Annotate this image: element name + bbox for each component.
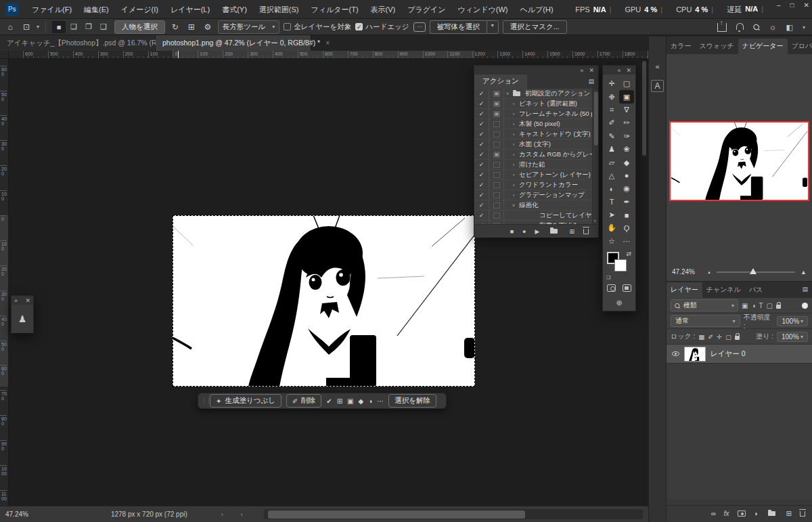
slider-thumb[interactable]: [750, 268, 757, 274]
crop-tool[interactable]: ⌗: [604, 104, 619, 116]
close-panel-icon[interactable]: ✕: [25, 297, 30, 304]
action-dialog-toggle[interactable]: [489, 150, 504, 159]
horizontal-scrollbar[interactable]: [264, 509, 643, 519]
document-tab[interactable]: photoshop1.png @ 47.2% (レイヤー 0, RGB/8#) …: [156, 35, 311, 51]
action-row[interactable]: ✓ › ビネット (選択範囲): [474, 99, 598, 109]
visibility-eye-icon[interactable]: [672, 351, 679, 356]
menu-item[interactable]: イメージ(I): [115, 0, 164, 19]
tool-mode-dropdown[interactable]: 長方形ツール▾: [218, 20, 280, 34]
swap-colors-icon[interactable]: ⇄: [626, 251, 631, 257]
rectangle-tool[interactable]: ■: [619, 209, 634, 221]
opacity-dropdown[interactable]: 100%▾: [777, 316, 808, 326]
action-check-icon[interactable]: ✓: [474, 200, 489, 210]
menu-item[interactable]: プラグイン: [401, 0, 451, 19]
smudge-tool[interactable]: △: [604, 169, 619, 182]
layer-row[interactable]: レイヤー 0: [667, 345, 812, 364]
action-row[interactable]: ✓ 彩度を下げる: [474, 221, 598, 224]
disclosure-icon[interactable]: ›: [510, 152, 517, 158]
scrollbar-thumb[interactable]: [268, 510, 525, 519]
blur-tool[interactable]: ●: [619, 169, 634, 182]
action-check-icon[interactable]: ✓: [474, 109, 489, 118]
menu-item[interactable]: 編集(E): [78, 0, 115, 19]
selection-brush-icon[interactable]: ✔: [326, 397, 332, 405]
disclosure-icon[interactable]: ›: [510, 131, 517, 137]
expand-panel-icon[interactable]: »: [14, 297, 18, 304]
actions-scrollbar[interactable]: ˅: [592, 89, 598, 224]
art-history-brush-tool[interactable]: ❀: [619, 143, 634, 156]
action-dialog-toggle[interactable]: [489, 190, 504, 200]
tab-actions[interactable]: アクション: [474, 74, 527, 89]
history-brush-tool[interactable]: ✎: [604, 130, 619, 143]
action-row[interactable]: ✓ › 木製 (50 pixel): [474, 119, 598, 129]
intersect-selection-icon[interactable]: ❑: [97, 21, 110, 33]
action-dialog-toggle[interactable]: [489, 200, 504, 210]
tool-presets-icon[interactable]: ♟: [18, 313, 27, 324]
action-check-icon[interactable]: ✓: [474, 150, 489, 159]
disclosure-icon[interactable]: ›: [510, 162, 517, 168]
menu-item[interactable]: 選択範囲(S): [253, 0, 305, 19]
minimize-button[interactable]: –: [777, 1, 781, 9]
zoom-out-icon[interactable]: ▲: [707, 270, 711, 274]
hand-tool[interactable]: ✋: [604, 221, 619, 234]
close-button[interactable]: ✕: [804, 1, 809, 9]
more-options-icon[interactable]: ⋯: [377, 397, 384, 405]
action-check-icon[interactable]: ✓: [474, 99, 489, 108]
share-document-icon[interactable]: ⊕: [616, 299, 622, 307]
zoom-tool[interactable]: Ϙ: [619, 221, 634, 234]
select-subject-button[interactable]: 被写体を選択: [430, 20, 487, 34]
disclosure-icon[interactable]: ›: [510, 121, 517, 127]
tool-preset-caret-icon[interactable]: ▾: [37, 24, 39, 30]
search-icon[interactable]: Ϙ: [751, 22, 763, 33]
action-dialog-toggle[interactable]: [489, 99, 504, 108]
zoom-level-field[interactable]: 47.24%: [0, 510, 37, 518]
layer-name[interactable]: レイヤー 0: [710, 349, 746, 359]
invert-selection-icon[interactable]: ⊞: [337, 397, 342, 405]
share-icon[interactable]: [717, 23, 727, 32]
mixer-brush-tool[interactable]: ✑: [619, 130, 634, 143]
collapse-panel-icon[interactable]: «: [580, 67, 583, 74]
blend-mode-dropdown[interactable]: 通常▾: [671, 315, 740, 327]
lock-paint-icon[interactable]: ✐: [708, 333, 713, 341]
object-selection-tool[interactable]: ▣: [619, 90, 634, 103]
stop-icon[interactable]: ■: [510, 228, 514, 235]
brush-tool[interactable]: ✐: [604, 116, 619, 129]
add-selection-icon[interactable]: ❏: [67, 21, 81, 33]
action-check-icon[interactable]: ✓: [474, 190, 489, 200]
refresh-icon[interactable]: ↻: [169, 21, 181, 33]
layers-dock-tab[interactable]: パス: [745, 282, 767, 298]
menu-item[interactable]: ファイル(F): [26, 0, 78, 19]
adjustment-layer-icon[interactable]: ◑: [754, 510, 758, 517]
status-prev-icon[interactable]: ‹: [241, 511, 243, 518]
discover-icon[interactable]: ☼: [769, 22, 777, 32]
action-row[interactable]: ✓ › セピアトーン (レイヤー): [474, 170, 598, 180]
dock-tab[interactable]: ナビゲーター: [738, 39, 788, 54]
type-tool[interactable]: T: [604, 196, 619, 209]
layer-filter-dropdown[interactable]: Ϙ 種類 ▾: [671, 299, 738, 311]
trash-icon[interactable]: [583, 229, 589, 234]
menu-item[interactable]: ヘルプ(H): [514, 0, 560, 19]
eraser-tool[interactable]: ▱: [604, 156, 619, 169]
menu-item[interactable]: 表示(V): [365, 0, 402, 19]
delete-button[interactable]: ✐ 削除: [286, 394, 321, 408]
action-check-icon[interactable]: ✓: [474, 211, 489, 220]
select-subject-caret[interactable]: ▾: [487, 20, 499, 34]
navigator-thumbnail[interactable]: [671, 123, 808, 200]
action-dialog-toggle[interactable]: [489, 129, 504, 139]
action-row[interactable]: ✓ › グラデーションマップ: [474, 190, 598, 200]
new-set-folder-icon[interactable]: [550, 229, 558, 234]
typography-panel-icon[interactable]: A: [651, 80, 663, 92]
sample-grid-icon[interactable]: ⊞: [185, 21, 198, 33]
action-check-icon[interactable]: ✓: [474, 119, 489, 129]
collapse-panel-icon[interactable]: «: [617, 67, 621, 74]
vertical-scrollbar[interactable]: [641, 61, 647, 501]
current-tool-icon[interactable]: ⊡: [20, 21, 32, 33]
layers-dock-tab[interactable]: レイヤー: [667, 282, 702, 298]
close-tab-icon[interactable]: ×: [325, 39, 330, 47]
workspace-icon[interactable]: ◧: [786, 23, 793, 32]
disclosure-icon[interactable]: ›: [510, 182, 517, 188]
panel-menu-icon[interactable]: ▤: [802, 286, 808, 292]
filter-lock-icon[interactable]: [776, 305, 781, 309]
custom-shape-tool[interactable]: ☆: [604, 235, 619, 248]
action-dialog-toggle[interactable]: [489, 180, 504, 190]
new-action-icon[interactable]: ⊞: [569, 228, 574, 235]
